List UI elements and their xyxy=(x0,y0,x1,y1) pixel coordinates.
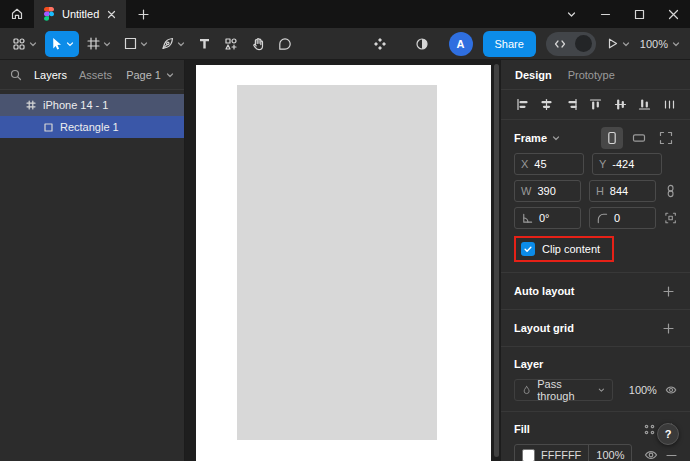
fill-opacity-input[interactable]: 100% xyxy=(589,449,631,461)
blend-mode-select[interactable]: Pass through xyxy=(514,379,613,401)
fill-hex-input[interactable]: FFFFFF xyxy=(515,449,588,461)
y-position-input[interactable]: Y -424 xyxy=(592,153,662,175)
help-button[interactable]: ? xyxy=(657,423,679,445)
portrait-orientation-button[interactable] xyxy=(601,127,623,149)
layer-row-rectangle[interactable]: Rectangle 1 xyxy=(0,116,184,138)
visibility-eye-icon[interactable] xyxy=(665,383,677,397)
file-tab[interactable]: Untitled xyxy=(34,0,126,28)
clip-content-checkbox[interactable] xyxy=(521,242,535,256)
present-button[interactable] xyxy=(606,37,630,50)
layers-list: iPhone 14 - 1 Rectangle 1 xyxy=(0,90,184,138)
x-position-input[interactable]: X 45 xyxy=(514,153,584,175)
design-panel: Design Prototype Frame xyxy=(500,60,690,461)
clip-content-row: Clip content xyxy=(514,236,677,262)
home-button[interactable] xyxy=(0,0,34,28)
play-icon xyxy=(606,37,619,50)
mask-button[interactable] xyxy=(410,31,434,57)
main-menu-button[interactable] xyxy=(7,31,42,57)
visibility-eye-icon[interactable] xyxy=(644,448,658,461)
tab-layers[interactable]: Layers xyxy=(34,69,67,81)
add-layout-grid-button[interactable] xyxy=(659,319,677,337)
canvas-scrollbar[interactable] xyxy=(494,64,499,457)
search-icon[interactable] xyxy=(10,69,22,81)
layer-opacity-input[interactable]: 100% xyxy=(629,384,657,396)
x-value: 45 xyxy=(534,158,546,170)
styles-grid-icon[interactable] xyxy=(643,423,656,436)
alignment-row xyxy=(501,90,690,120)
align-left-button[interactable] xyxy=(513,94,531,116)
toolbar: A Share 100% xyxy=(0,28,690,60)
align-horizontal-center-button[interactable] xyxy=(538,94,556,116)
hand-tool-button[interactable] xyxy=(246,31,270,57)
maximize-button[interactable] xyxy=(622,0,656,28)
tab-prototype[interactable]: Prototype xyxy=(568,69,615,81)
align-bottom-button[interactable] xyxy=(636,94,654,116)
page-selector[interactable]: Page 1 xyxy=(126,69,174,81)
width-input[interactable]: W 390 xyxy=(514,180,581,202)
tab-design[interactable]: Design xyxy=(515,69,552,81)
align-horizontal-center-icon xyxy=(540,98,553,111)
text-tool-button[interactable] xyxy=(193,31,216,57)
y-label: Y xyxy=(599,158,606,170)
frame-tool-icon xyxy=(87,37,100,50)
main-menu-icon xyxy=(12,37,26,51)
annotation-highlight: Clip content xyxy=(514,236,614,262)
fill-color-swatch[interactable] xyxy=(522,449,535,461)
window-dropdown-button[interactable] xyxy=(554,0,588,28)
comment-tool-button[interactable] xyxy=(273,31,297,57)
rotation-input[interactable]: 0° xyxy=(514,207,581,229)
create-component-button[interactable] xyxy=(368,31,392,57)
tab-assets[interactable]: Assets xyxy=(79,69,112,81)
toolbar-right-group: A Share 100% xyxy=(449,31,690,57)
artboard-iphone-14[interactable] xyxy=(196,65,491,461)
height-input[interactable]: H 844 xyxy=(589,180,656,202)
frame-section-header[interactable]: Frame xyxy=(514,128,677,148)
close-button[interactable] xyxy=(656,0,690,28)
minimize-icon xyxy=(600,9,611,20)
layout-grid-title: Layout grid xyxy=(514,322,574,334)
x-label: X xyxy=(521,158,528,170)
canvas[interactable] xyxy=(185,60,500,461)
resources-tool-button[interactable] xyxy=(219,31,243,57)
corner-radius-input[interactable]: 0 xyxy=(589,207,656,229)
chevron-down-icon xyxy=(672,40,680,48)
plus-icon xyxy=(663,323,674,334)
independent-corners-icon[interactable] xyxy=(664,211,677,225)
layer-section-title: Layer xyxy=(514,355,677,373)
shape-tool-button[interactable] xyxy=(119,31,153,57)
layer-name: iPhone 14 - 1 xyxy=(43,99,108,111)
chevron-down-icon xyxy=(622,40,630,48)
rectangle-tool-icon xyxy=(124,37,137,50)
align-top-button[interactable] xyxy=(587,94,605,116)
dev-mode-toggle[interactable] xyxy=(546,32,596,56)
code-icon xyxy=(554,39,566,49)
resize-to-fit-button[interactable] xyxy=(655,127,677,149)
zoom-level: 100% xyxy=(640,38,668,50)
minimize-button[interactable] xyxy=(588,0,622,28)
zoom-selector[interactable]: 100% xyxy=(640,38,680,50)
align-right-icon xyxy=(565,98,578,111)
auto-layout-title: Auto layout xyxy=(514,285,575,297)
tab-close-icon[interactable] xyxy=(107,10,116,19)
pen-tool-button[interactable] xyxy=(156,31,190,57)
rectangle-1-object[interactable] xyxy=(237,85,437,440)
new-tab-button[interactable] xyxy=(126,0,160,28)
align-vertical-center-button[interactable] xyxy=(611,94,629,116)
frame-tool-button[interactable] xyxy=(82,31,116,57)
move-tool-button[interactable] xyxy=(45,31,79,57)
frame-section: Frame X 45 Y -424 xyxy=(501,120,690,273)
constrain-proportions-icon[interactable] xyxy=(664,184,677,198)
remove-fill-icon[interactable] xyxy=(666,450,677,461)
align-right-button[interactable] xyxy=(562,94,580,116)
w-label: W xyxy=(521,185,531,197)
tidy-up-button[interactable] xyxy=(660,94,678,116)
layer-row-iphone-frame[interactable]: iPhone 14 - 1 xyxy=(0,94,184,116)
toolbar-center-group xyxy=(368,28,434,60)
avatar[interactable]: A xyxy=(449,32,473,56)
landscape-orientation-button[interactable] xyxy=(628,127,650,149)
share-button[interactable]: Share xyxy=(483,31,536,57)
comment-icon xyxy=(278,37,292,51)
share-button-label: Share xyxy=(495,38,524,50)
add-auto-layout-button[interactable] xyxy=(659,282,677,300)
corner-radius-value: 0 xyxy=(614,212,620,224)
